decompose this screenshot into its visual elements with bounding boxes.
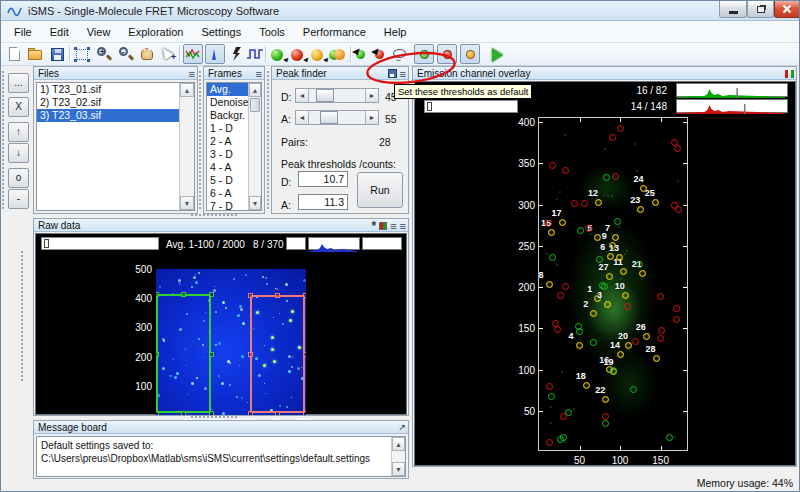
side-button-1[interactable]: X	[8, 97, 29, 117]
roi-handle[interactable]	[156, 292, 159, 297]
contrast-max-box[interactable]	[362, 237, 402, 250]
zoom-out-icon[interactable]: -	[118, 46, 135, 63]
zoom-in-icon[interactable]: +	[96, 46, 113, 63]
donor-roi[interactable]	[156, 294, 211, 413]
list-item[interactable]: 5 - D	[207, 174, 248, 187]
slider-right-icon[interactable]: ►	[365, 89, 378, 102]
roi-handle[interactable]	[275, 411, 280, 415]
list-item[interactable]: 2) T23_02.sif	[37, 96, 179, 109]
channel-colors-icon[interactable]	[785, 67, 794, 80]
roi-handle[interactable]	[209, 292, 214, 297]
menu-exploration[interactable]: Exploration	[119, 23, 192, 41]
scroll-down-icon[interactable]: ▼	[180, 196, 194, 210]
title-bar[interactable]: iSMS - Single-Molecule FRET Microscopy S…	[1, 1, 800, 21]
list-item[interactable]: 1 - D	[207, 122, 248, 135]
roi-handle[interactable]	[303, 352, 306, 357]
list-item[interactable]: Denoised	[207, 96, 248, 109]
open-file-icon[interactable]	[27, 46, 44, 63]
files-menu-icon[interactable]: ≡	[189, 69, 195, 79]
side-button-2[interactable]: ↑	[8, 122, 29, 142]
pulse-icon[interactable]	[246, 46, 263, 63]
zoom-fit-icon[interactable]	[74, 46, 91, 63]
roi-handle[interactable]	[248, 411, 253, 415]
yellow-molecule-icon[interactable]: ◂	[309, 46, 326, 63]
traces-toggle-button[interactable]	[183, 44, 203, 64]
roi-handle[interactable]	[248, 352, 253, 357]
run-all-icon[interactable]	[488, 46, 505, 63]
files-scrollbar[interactable]: ▲ ▼	[179, 83, 194, 210]
menu-view[interactable]: View	[78, 23, 120, 41]
save-icon[interactable]	[49, 46, 66, 63]
roi-handle[interactable]	[303, 293, 306, 298]
acceptor-roi[interactable]	[250, 295, 305, 413]
list-item[interactable]: Backgr.	[207, 109, 248, 122]
scroll-thumb[interactable]	[250, 98, 260, 112]
raw-menu-icon-1[interactable]: ≡	[390, 221, 396, 231]
roi-handle[interactable]	[181, 292, 186, 297]
roi-handle[interactable]	[156, 352, 159, 357]
red-histogram[interactable]	[676, 99, 788, 113]
roi-handle[interactable]	[275, 293, 280, 298]
list-item[interactable]: 1) T23_01.sif	[37, 83, 179, 96]
d-threshold-input[interactable]	[298, 171, 348, 187]
side-button-0[interactable]: ...	[8, 73, 29, 93]
a-threshold-slider[interactable]: ◄ ►	[295, 110, 379, 125]
d-threshold-slider[interactable]: ◄ ►	[295, 88, 379, 103]
scroll-up-icon[interactable]: ▲	[249, 83, 261, 97]
list-item[interactable]: 3) T23_03.sif	[37, 109, 179, 122]
scroll-up-icon[interactable]: ▲	[180, 83, 194, 97]
save-thresholds-icon[interactable]	[388, 69, 397, 78]
scroll-up-icon[interactable]: ▲	[392, 437, 405, 451]
message-scrollbar[interactable]: ▲ ▼	[391, 437, 405, 476]
files-list[interactable]: 1) T23_01.sif2) T23_02.sif3) T23_03.sif …	[36, 82, 195, 211]
scroll-down-icon[interactable]: ▼	[392, 462, 405, 476]
lightning-icon[interactable]	[229, 46, 246, 63]
slider-left-icon[interactable]: ◄	[296, 111, 309, 124]
menu-help[interactable]: Help	[375, 23, 416, 41]
red-back-icon[interactable]: ◀	[373, 46, 390, 63]
list-item[interactable]: 7 - D	[207, 200, 248, 211]
list-item[interactable]: 6 - A	[207, 187, 248, 200]
contrast-min-box[interactable]	[286, 237, 306, 250]
minimize-button[interactable]	[719, 1, 747, 18]
green-histogram[interactable]	[676, 83, 788, 97]
menu-file[interactable]: File	[5, 23, 41, 41]
roi-handle[interactable]	[248, 293, 253, 298]
roi-handle[interactable]	[303, 411, 306, 415]
dual-molecule-icon[interactable]	[329, 46, 346, 63]
menu-settings[interactable]: Settings	[192, 23, 250, 41]
close-button[interactable]	[774, 1, 800, 18]
peak-finder-menu-icon[interactable]: ≡	[400, 69, 406, 79]
run-button[interactable]: Run	[357, 172, 403, 208]
histogram-toggle-button[interactable]	[205, 44, 225, 64]
message-board-body[interactable]: Default settings saved to: C:\Users\preu…	[36, 436, 406, 477]
new-file-icon[interactable]	[6, 46, 23, 63]
channels-icon[interactable]	[379, 222, 387, 230]
roi-handle[interactable]	[209, 411, 214, 415]
menu-edit[interactable]: Edit	[41, 23, 78, 41]
slider-right-icon[interactable]: ►	[365, 111, 378, 124]
list-item[interactable]: 3 - D	[207, 148, 248, 161]
raw-histogram[interactable]	[308, 237, 360, 250]
emission-plot-area[interactable]: Avg. 1-100 / 2000 16 / 82 14 / 148 50100…	[414, 81, 796, 466]
show-green-toggle[interactable]	[414, 44, 434, 64]
roi-handle[interactable]	[156, 411, 159, 415]
a-threshold-input[interactable]	[298, 194, 348, 210]
list-item[interactable]: 2 - A	[207, 135, 248, 148]
list-item[interactable]: Avg.	[207, 83, 248, 96]
splitter[interactable]	[267, 71, 270, 209]
green-molecule-icon[interactable]: ◂	[269, 46, 286, 63]
settings-gear-icon[interactable]: *	[371, 222, 376, 230]
menu-performance[interactable]: Performance	[294, 23, 375, 41]
splitter[interactable]	[2, 71, 5, 209]
show-red-toggle[interactable]	[437, 44, 457, 64]
restore-button[interactable]	[747, 1, 774, 18]
raw-frame-slider[interactable]	[41, 237, 159, 250]
side-button-5[interactable]: -	[8, 189, 29, 209]
raw-plot-area[interactable]: Avg. 1-100 / 2000 8 / 370 10020030040050…	[35, 233, 407, 415]
frames-menu-icon[interactable]: ≡	[256, 69, 262, 79]
slider-thumb[interactable]	[316, 89, 334, 102]
green-back-icon[interactable]: ◀	[354, 46, 371, 63]
roi-handle[interactable]	[181, 411, 186, 415]
splitter[interactable]	[199, 71, 202, 209]
